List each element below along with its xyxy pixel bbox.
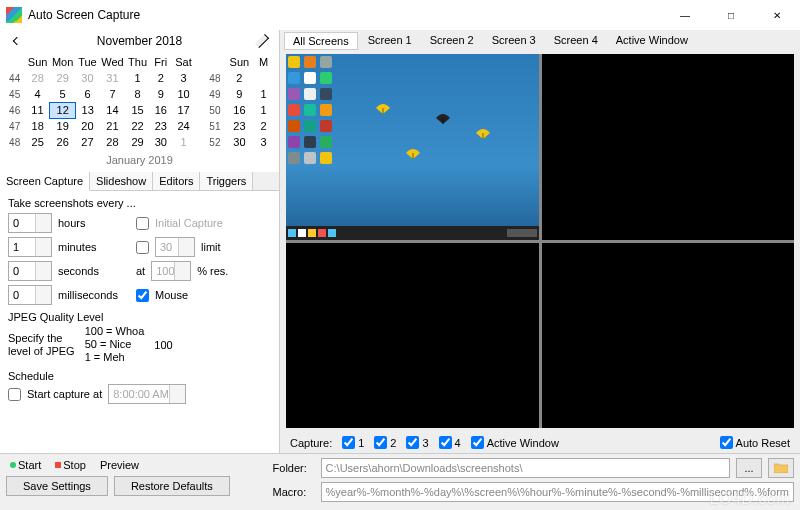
vtab-s1[interactable]: Screen 1 — [360, 32, 420, 50]
calendar-next-button[interactable] — [255, 34, 269, 48]
cal-day[interactable]: 16 — [150, 102, 172, 118]
preview-screen2[interactable] — [542, 54, 795, 240]
cal-day[interactable]: 1 — [252, 102, 275, 118]
folder-path[interactable]: C:\Users\ahorn\Downloads\screenshots\ — [321, 458, 730, 478]
vtab-s3[interactable]: Screen 3 — [484, 32, 544, 50]
open-folder-button[interactable] — [768, 458, 794, 478]
vtab-aw[interactable]: Active Window — [608, 32, 696, 50]
cal-day[interactable]: 17 — [172, 102, 196, 118]
cal-day[interactable]: 28 — [25, 70, 50, 86]
initial-capture-checkbox[interactable] — [136, 217, 149, 230]
seconds-input[interactable]: 0 — [8, 261, 52, 281]
cal-day[interactable]: 26 — [50, 134, 75, 150]
capture-chk-1[interactable] — [342, 436, 355, 449]
cal-day[interactable]: 1 — [252, 86, 275, 102]
limit-input[interactable]: 30 — [155, 237, 195, 257]
preview-screen1[interactable] — [286, 54, 539, 240]
cal-day[interactable]: 27 — [75, 134, 99, 150]
preview-screen4[interactable] — [542, 243, 795, 429]
capture-chk-active-window[interactable] — [471, 436, 484, 449]
capture-chk-4[interactable] — [439, 436, 452, 449]
cal-day[interactable]: 16 — [227, 102, 253, 118]
folder-icon — [774, 463, 788, 473]
cal-day[interactable]: 11 — [25, 102, 50, 118]
cal-day[interactable]: 23 — [150, 118, 172, 134]
cal-day[interactable]: 25 — [25, 134, 50, 150]
cal-day[interactable]: 7 — [100, 86, 126, 102]
schedule-start-checkbox[interactable] — [8, 388, 21, 401]
desktop-icon — [288, 136, 300, 148]
capture-chk-3[interactable] — [406, 436, 419, 449]
limit-checkbox[interactable] — [136, 241, 149, 254]
cal-day[interactable]: 29 — [125, 134, 149, 150]
save-settings-button[interactable]: Save Settings — [6, 476, 108, 496]
tab-slideshow[interactable]: Slideshow — [90, 172, 153, 190]
calendar-prev-button[interactable] — [10, 34, 24, 48]
cal-day[interactable]: 3 — [172, 70, 196, 86]
cal-day[interactable]: 3 — [252, 134, 275, 150]
auto-reset-label: Auto Reset — [736, 437, 790, 449]
cal-day[interactable]: 18 — [25, 118, 50, 134]
calendar-primary[interactable]: Sun Mon Tue Wed Thu Fri Sat 44 28 29 30 … — [0, 52, 199, 152]
cal-day[interactable]: 15 — [125, 102, 149, 118]
cal-day[interactable]: 30 — [227, 134, 253, 150]
capture-chk-2[interactable] — [374, 436, 387, 449]
cal-day[interactable]: 24 — [172, 118, 196, 134]
cal-day[interactable]: 14 — [100, 102, 126, 118]
cal-day[interactable]: 13 — [75, 102, 99, 118]
jpeg-value-input[interactable]: 100 — [154, 339, 200, 351]
restore-defaults-button[interactable]: Restore Defaults — [114, 476, 230, 496]
cal-day[interactable]: 23 — [227, 118, 253, 134]
cal-day[interactable]: 9 — [227, 86, 253, 102]
close-button[interactable]: ✕ — [754, 0, 800, 30]
cal-day[interactable]: 30 — [75, 70, 99, 86]
cal-day[interactable]: 30 — [150, 134, 172, 150]
minutes-input[interactable]: 1 — [8, 237, 52, 257]
schedule-title: Schedule — [8, 370, 271, 382]
cal-day[interactable]: 2 — [252, 118, 275, 134]
minimize-button[interactable]: — — [662, 0, 708, 30]
browse-folder-button[interactable]: ... — [736, 458, 762, 478]
start-button[interactable]: Start — [6, 458, 45, 472]
cal-day[interactable]: 9 — [150, 86, 172, 102]
preview-screen3[interactable] — [286, 243, 539, 429]
cal-day[interactable]: 2 — [227, 70, 253, 86]
cal-day[interactable]: 21 — [100, 118, 126, 134]
cal-day-selected[interactable]: 12 — [50, 102, 75, 118]
cal-day[interactable]: 10 — [172, 86, 196, 102]
week-num: 48 — [4, 134, 25, 150]
mouse-checkbox[interactable] — [136, 289, 149, 302]
cal-day[interactable]: 1 — [172, 134, 196, 150]
vtab-s2[interactable]: Screen 2 — [422, 32, 482, 50]
res-input[interactable]: 100 — [151, 261, 191, 281]
tab-editors[interactable]: Editors — [153, 172, 200, 190]
view-tabs: All Screens Screen 1 Screen 2 Screen 3 S… — [280, 30, 800, 52]
vtab-all[interactable]: All Screens — [284, 32, 358, 50]
cal-day[interactable]: 8 — [125, 86, 149, 102]
cal-day[interactable]: 19 — [50, 118, 75, 134]
calendar-secondary[interactable]: Sun M 482 4991 50161 51232 52303 — [199, 52, 279, 152]
vtab-s4[interactable]: Screen 4 — [546, 32, 606, 50]
cal-day[interactable]: 5 — [50, 86, 75, 102]
stop-icon — [55, 462, 61, 468]
schedule-start-time[interactable]: 8:00:00 AM — [108, 384, 186, 404]
cal-day[interactable]: 20 — [75, 118, 99, 134]
cal-day[interactable]: 31 — [100, 70, 126, 86]
cal-day[interactable]: 6 — [75, 86, 99, 102]
maximize-button[interactable]: □ — [708, 0, 754, 30]
preview-button[interactable]: Preview — [96, 458, 143, 472]
tab-triggers[interactable]: Triggers — [200, 172, 253, 190]
cal-day[interactable]: 4 — [25, 86, 50, 102]
stop-button[interactable]: Stop — [51, 458, 90, 472]
hours-input[interactable]: 0 — [8, 213, 52, 233]
tab-screen-capture[interactable]: Screen Capture — [0, 172, 90, 191]
ms-input[interactable]: 0 — [8, 285, 52, 305]
capture-chk-3-label: 3 — [422, 437, 428, 449]
cal-day[interactable]: 28 — [100, 134, 126, 150]
cal-day[interactable]: 1 — [125, 70, 149, 86]
cal-day[interactable]: 2 — [150, 70, 172, 86]
taskbar-icon — [318, 229, 326, 237]
auto-reset-checkbox[interactable] — [720, 436, 733, 449]
cal-day[interactable]: 29 — [50, 70, 75, 86]
cal-day[interactable]: 22 — [125, 118, 149, 134]
